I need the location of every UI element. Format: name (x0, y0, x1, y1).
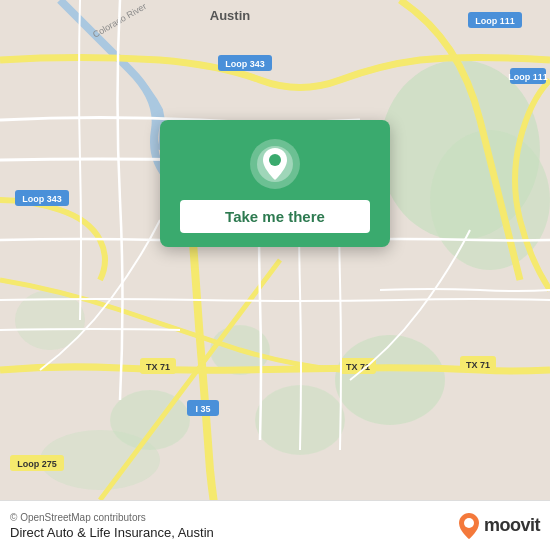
svg-text:I 35: I 35 (195, 404, 210, 414)
svg-text:TX 71: TX 71 (146, 362, 170, 372)
moovit-text: moovit (484, 515, 540, 536)
take-me-there-button[interactable]: Take me there (180, 200, 370, 233)
map-background: TX 71 TX 71 TX 71 I 35 Loop 275 Loop 343… (0, 0, 550, 500)
moovit-pin-icon (458, 512, 480, 540)
location-card: Take me there (160, 120, 390, 247)
map-container: TX 71 TX 71 TX 71 I 35 Loop 275 Loop 343… (0, 0, 550, 500)
svg-text:Loop 275: Loop 275 (17, 459, 57, 469)
svg-text:TX 71: TX 71 (466, 360, 490, 370)
svg-point-32 (464, 518, 474, 528)
svg-point-31 (269, 154, 281, 166)
moovit-logo: moovit (458, 512, 540, 540)
svg-text:Austin: Austin (210, 8, 251, 23)
svg-text:Loop 111: Loop 111 (508, 72, 548, 82)
svg-text:Loop 343: Loop 343 (22, 194, 62, 204)
location-pin-icon (249, 138, 301, 190)
bottom-bar: © OpenStreetMap contributors Direct Auto… (0, 500, 550, 550)
svg-text:Loop 343: Loop 343 (225, 59, 265, 69)
svg-text:Loop 111: Loop 111 (475, 16, 515, 26)
